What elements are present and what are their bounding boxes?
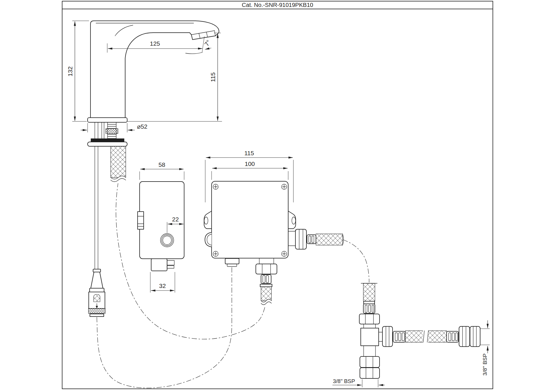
rubber-gasket xyxy=(91,138,124,142)
dim-thread-side: 3/8" BSP xyxy=(482,354,488,376)
dim-button-offset: 22 xyxy=(172,216,179,223)
mounting-nut xyxy=(106,129,118,134)
control-box-body xyxy=(212,181,288,258)
plug-knurled-ring xyxy=(88,308,105,313)
hose-break-symbol xyxy=(423,330,428,343)
dim-base-diameter: ⌀52 xyxy=(137,123,147,130)
dim-faucet-height: 132 xyxy=(67,66,73,76)
installation-drawing: Cat. No.-SNR-91019PKB10 xyxy=(0,0,555,392)
drawing-title: Cat. No.-SNR-91019PKB10 xyxy=(242,2,313,8)
dim-connector-width: 32 xyxy=(159,282,166,289)
hose-end-nut-2 xyxy=(470,326,480,347)
plug-window xyxy=(94,294,100,302)
power-box-connector xyxy=(151,259,174,271)
power-box xyxy=(138,182,184,271)
sensor-plug xyxy=(88,269,105,317)
dim-box-width: 100 xyxy=(245,160,255,167)
technical-drawing-page: Cat. No.-SNR-91019PKB10 xyxy=(0,0,555,392)
inlet-routing-line xyxy=(343,240,369,282)
control-box xyxy=(204,181,344,306)
faucet-base-flange xyxy=(88,118,127,122)
hose-end-nut-1 xyxy=(459,326,470,347)
power-box-side-clip xyxy=(138,212,144,229)
tee-side-nut xyxy=(382,326,393,347)
dim-small-box-width: 58 xyxy=(158,161,165,168)
mounting-washer xyxy=(88,142,127,146)
tee-top-nut xyxy=(359,314,380,324)
tee-body xyxy=(361,328,379,346)
faucet-body-outline xyxy=(90,21,219,118)
tee-connector-assembly xyxy=(359,283,480,378)
dim-outlet-height: 115 xyxy=(210,72,216,82)
dim-box-overall-width: 115 xyxy=(244,150,254,156)
control-box-side-bump xyxy=(205,232,212,247)
control-box-sensor-socket xyxy=(225,258,239,267)
tee-bottom-nut-1 xyxy=(360,356,380,367)
dim-spout-reach: 125 xyxy=(150,40,160,47)
dim-spout-angle: 7° xyxy=(203,39,212,47)
tee-bottom-nut-2 xyxy=(360,368,380,378)
control-box-right-outlet xyxy=(288,229,344,249)
control-box-bottom-outlet xyxy=(256,258,277,306)
inlet-hose-vertical xyxy=(363,283,375,301)
faucet-mounting-hardware xyxy=(88,122,127,269)
dim-thread-bottom: 3/8" BSP xyxy=(333,378,355,384)
faucet-supply-hose xyxy=(111,146,126,183)
